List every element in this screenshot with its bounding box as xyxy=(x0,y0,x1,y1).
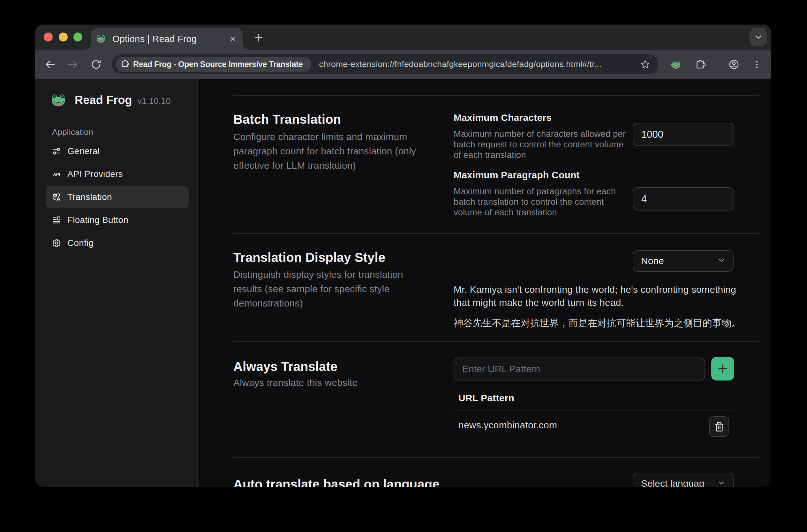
section-divider xyxy=(233,233,759,234)
gear-icon xyxy=(52,239,61,247)
close-window-button[interactable] xyxy=(44,33,53,41)
url-text: chrome-extension://fnfedoabnchafgkeeponm… xyxy=(319,59,629,69)
sidebar-item-label: Floating Button xyxy=(67,215,128,225)
input-value: 1000 xyxy=(641,129,663,140)
sidebar-nav: General API Providers Translation Floati… xyxy=(45,140,189,255)
sidebar-item-floating-button[interactable]: Floating Button xyxy=(45,209,189,231)
add-url-pattern-button[interactable] xyxy=(711,357,734,380)
sidebar-item-config[interactable]: Config xyxy=(45,232,189,254)
url-pattern-row: news.ycombinator.com xyxy=(458,420,557,431)
profile-icon[interactable] xyxy=(725,50,743,79)
always-translate-description: Always translate this website xyxy=(233,375,425,390)
max-characters-input[interactable]: 1000 xyxy=(633,123,734,146)
section-divider xyxy=(233,341,759,342)
tab-close-icon[interactable] xyxy=(227,34,238,44)
minimize-window-button[interactable] xyxy=(59,33,68,41)
auto-translate-title: Auto translate based on language xyxy=(233,476,440,487)
table-header-divider xyxy=(454,411,735,411)
read-frog-favicon xyxy=(96,34,107,44)
max-paragraph-label: Maximum Paragraph Count xyxy=(454,169,580,181)
forward-button[interactable] xyxy=(64,50,82,79)
toolbar-divider xyxy=(717,58,717,71)
sidebar-group-label: Application xyxy=(52,127,93,137)
input-value: 4 xyxy=(641,193,647,205)
input-placeholder: Enter URL Pattern xyxy=(462,364,540,375)
extension-name-label: Read Frog - Open Source Immersive Transl… xyxy=(133,60,303,69)
new-tab-button[interactable] xyxy=(253,32,264,44)
translate-icon xyxy=(52,193,61,202)
app-version: v1.10.10 xyxy=(137,96,171,106)
read-frog-logo xyxy=(51,93,68,107)
sample-original-text: Mr. Kamiya isn't confronting the world; … xyxy=(454,283,741,309)
display-style-select[interactable]: None xyxy=(633,250,734,272)
batch-title: Batch Translation xyxy=(233,112,341,127)
sidebar: Read Frog v1.10.10 Application General A… xyxy=(35,79,198,487)
select-placeholder: Select languag xyxy=(641,478,718,487)
chevron-down-icon xyxy=(718,256,725,265)
browser-window: Options | Read Frog Read Frog - Open Sou… xyxy=(35,24,771,487)
url-pattern-column-header: URL Pattern xyxy=(458,393,514,403)
sidebar-item-label: Config xyxy=(67,238,93,248)
max-characters-description: Maximum number of characters allowed per… xyxy=(454,129,628,160)
max-paragraph-input[interactable]: 4 xyxy=(633,187,734,210)
extensions-puzzle-icon[interactable] xyxy=(692,50,709,79)
tab-strip: Options | Read Frog xyxy=(35,24,771,50)
sidebar-item-label: Translation xyxy=(67,192,112,202)
browser-tab[interactable]: Options | Read Frog xyxy=(91,28,243,50)
sidebar-item-general[interactable]: General xyxy=(45,140,189,162)
sidebar-item-label: API Providers xyxy=(67,169,123,179)
display-style-description: Distinguish display styles for translati… xyxy=(233,267,425,310)
tab-title: Options | Read Frog xyxy=(112,34,227,44)
read-frog-extension-icon[interactable] xyxy=(667,50,685,79)
sliders-icon xyxy=(52,147,61,156)
sidebar-item-label: General xyxy=(67,146,99,156)
sidebar-item-api-providers[interactable]: API Providers xyxy=(45,163,189,185)
bookmark-star-icon[interactable] xyxy=(640,54,650,74)
max-characters-label: Maximum Characters xyxy=(454,112,552,124)
menu-kebab-icon[interactable] xyxy=(748,50,766,79)
section-divider xyxy=(233,457,759,458)
page-content: Read Frog v1.10.10 Application General A… xyxy=(35,79,771,487)
tab-search-button[interactable] xyxy=(750,28,767,46)
chevron-down-icon xyxy=(718,479,725,487)
delete-url-pattern-button[interactable] xyxy=(709,416,729,437)
back-button[interactable] xyxy=(41,50,59,79)
url-pattern-input[interactable]: Enter URL Pattern xyxy=(454,358,705,380)
sample-translated-text: 神谷先生不是在对抗世界，而是在对抗可能让世界为之侧目的事物。 xyxy=(454,317,771,329)
zoom-window-button[interactable] xyxy=(73,33,82,41)
address-bar[interactable]: Read Frog - Open Source Immersive Transl… xyxy=(112,54,658,74)
extension-name-chip[interactable]: Read Frog - Open Source Immersive Transl… xyxy=(115,57,311,72)
brand: Read Frog v1.10.10 xyxy=(51,93,170,107)
app-name: Read Frog xyxy=(75,93,132,107)
sidebar-item-translation[interactable]: Translation xyxy=(45,186,189,208)
always-translate-title: Always Translate xyxy=(233,359,337,374)
auto-translate-select[interactable]: Select languag xyxy=(633,473,734,487)
reload-button[interactable] xyxy=(87,50,105,79)
section-divider xyxy=(233,95,759,96)
floating-button-icon xyxy=(52,215,61,225)
settings-main: Batch Translation Configure character li… xyxy=(198,79,771,487)
browser-toolbar: Read Frog - Open Source Immersive Transl… xyxy=(35,50,771,79)
max-paragraph-description: Maximum number of paragraphs for each ba… xyxy=(454,186,628,217)
extension-puzzle-icon xyxy=(121,60,129,69)
brand-texts: Read Frog v1.10.10 xyxy=(75,93,170,107)
api-icon xyxy=(52,170,61,178)
batch-description: Configure character limits and maximum p… xyxy=(233,130,425,173)
display-style-title: Translation Display Style xyxy=(233,250,385,265)
select-value: None xyxy=(641,255,718,266)
